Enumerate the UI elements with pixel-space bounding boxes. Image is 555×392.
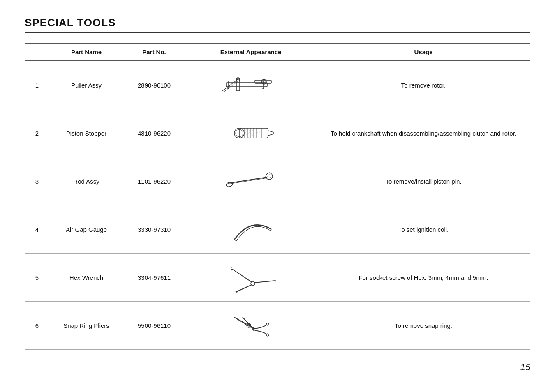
col-header-part-name: Part Name [49, 43, 123, 61]
part-name: Hex Wrench [49, 254, 123, 302]
svg-line-46 [275, 280, 276, 281]
svg-point-56 [266, 323, 269, 325]
svg-point-57 [266, 334, 269, 336]
tool-illustration [185, 109, 317, 157]
svg-line-32 [228, 178, 267, 184]
svg-line-41 [271, 229, 271, 231]
svg-line-53 [243, 318, 254, 331]
col-header-num [25, 43, 49, 61]
part-name: Air Gap Gauge [49, 205, 123, 254]
tool-illustration [185, 61, 317, 109]
part-name: Piston Stopper [49, 109, 123, 157]
col-header-appearance: External Appearance [185, 43, 317, 61]
part-number: 3330-97310 [123, 205, 185, 254]
special-tools-table: Part Name Part No. External Appearance U… [25, 43, 530, 350]
row-number: 5 [25, 254, 49, 302]
svg-line-12 [222, 79, 238, 91]
title-divider [25, 32, 530, 33]
tool-illustration [185, 254, 317, 302]
row-number: 6 [25, 302, 49, 350]
svg-line-40 [234, 240, 236, 241]
svg-point-34 [266, 173, 273, 180]
table-row: 3 Rod Assy 1101-96220 To remove/install … [25, 157, 530, 205]
part-number: 1101-96220 [123, 157, 185, 205]
table-row: 5 Hex Wrench 3304-97611 For socket screw… [25, 254, 530, 302]
col-header-part-no: Part No. [123, 43, 185, 61]
svg-line-27 [247, 130, 262, 138]
row-number: 2 [25, 109, 49, 157]
svg-line-47 [236, 285, 252, 292]
svg-point-35 [268, 175, 271, 178]
table-row: 6 Snap Ring Pliers 5500-96110 To re [25, 302, 530, 350]
part-number: 2890-96100 [123, 61, 185, 109]
usage-description: To hold crankshaft when disassembling/as… [317, 109, 530, 157]
row-number: 4 [25, 205, 49, 254]
table-row: 4 Air Gap Gauge 3330-97310 To set igniti… [25, 205, 530, 254]
table-row: 2 Piston Stopper 4810-96220 [25, 109, 530, 157]
page-number: 15 [25, 362, 530, 373]
table-row: 1 Puller Assy 2890-96100 [25, 61, 530, 109]
tool-illustration [185, 157, 317, 205]
svg-line-25 [245, 128, 253, 133]
usage-description: For socket screw of Hex. 3mm, 4mm and 5m… [317, 254, 530, 302]
page-title: SPECIAL TOOLS [25, 16, 530, 29]
svg-point-33 [226, 182, 233, 187]
part-number: 5500-96110 [123, 302, 185, 350]
row-number: 1 [25, 61, 49, 109]
svg-line-45 [254, 281, 275, 283]
part-number: 4810-96220 [123, 109, 185, 157]
usage-description: To remove rotor. [317, 61, 530, 109]
svg-line-29 [268, 134, 273, 136]
part-name: Puller Assy [49, 61, 123, 109]
usage-description: To remove snap ring. [317, 302, 530, 350]
svg-line-31 [228, 177, 267, 183]
svg-line-28 [268, 131, 273, 132]
tool-illustration [185, 302, 317, 350]
row-number: 3 [25, 157, 49, 205]
part-name: Rod Assy [49, 157, 123, 205]
part-number: 3304-97611 [123, 254, 185, 302]
usage-description: To remove/install piston pin. [317, 157, 530, 205]
tool-illustration [185, 205, 317, 254]
usage-description: To set ignition coil. [317, 205, 530, 254]
part-name: Snap Ring Pliers [49, 302, 123, 350]
svg-line-43 [232, 269, 252, 282]
col-header-usage: Usage [317, 43, 530, 61]
